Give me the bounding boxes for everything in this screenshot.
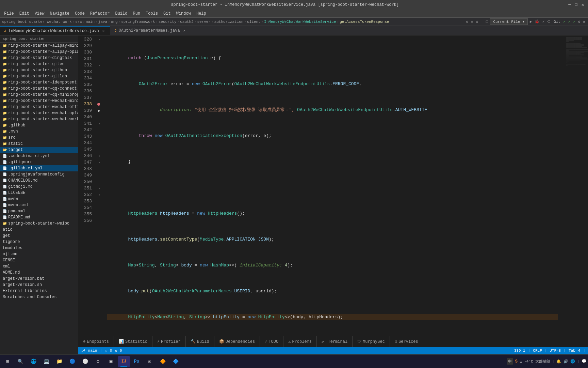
- code-container[interactable]: 328 329 330 331 332 333 334 335 336 337 …: [78, 35, 588, 336]
- gutter-328[interactable]: ▾: [95, 36, 104, 43]
- gutter-332[interactable]: ▾: [95, 62, 104, 68]
- tab-todo[interactable]: ✓ TODO: [260, 336, 283, 347]
- sidebar-item-src[interactable]: 📁 src: [0, 135, 78, 141]
- taskbar-intellij[interactable]: IJ: [118, 356, 130, 367]
- sidebar-item-gitee[interactable]: 📁 ring-boot-starter-gitee: [0, 61, 78, 67]
- sidebar-item-tmodules[interactable]: tmodules: [0, 245, 78, 251]
- breadcrumb-org[interactable]: org: [111, 20, 118, 24]
- tab-statistic[interactable]: 📊 Statistic: [114, 336, 152, 347]
- sidebar-item-gitlab-ci[interactable]: 📄 .gitlab-ci.yml: [0, 165, 78, 171]
- notification-btn[interactable]: 💬: [582, 359, 587, 364]
- run-btn[interactable]: ▶: [529, 19, 533, 25]
- breadcrumb-server[interactable]: server: [197, 20, 211, 24]
- gutter-352[interactable]: ▾: [95, 191, 104, 198]
- sidebar-item-target[interactable]: 📂 target: [0, 147, 78, 153]
- taskbar-chrome[interactable]: ⚪: [79, 356, 91, 367]
- breadcrumb-src[interactable]: src: [75, 20, 82, 24]
- sidebar-item-license[interactable]: 📄 LICENSE: [0, 190, 78, 196]
- sidebar-item-gitignore[interactable]: 📄 .gitignore: [0, 159, 78, 165]
- sidebar-item-atic[interactable]: atic: [0, 227, 78, 233]
- sidebar-item-cense[interactable]: CENSE: [0, 257, 78, 263]
- breadcrumb-java[interactable]: java: [98, 20, 107, 24]
- taskbar-edge[interactable]: 🔵: [66, 356, 78, 367]
- minimize-btn[interactable]: —: [567, 2, 572, 7]
- tab-dependencies[interactable]: 📦 Dependencies: [214, 336, 260, 347]
- sidebar-item-xml[interactable]: xml: [0, 263, 78, 270]
- sidebar-item-target-sh[interactable]: arget-version.sh: [0, 282, 78, 288]
- menu-tools[interactable]: Tools: [143, 11, 161, 17]
- sidebar-item-alipay-mini[interactable]: 📁 ring-boot-starter-alipay-miniprogram: [0, 43, 78, 49]
- sidebar-item-wechat-work[interactable]: 📁 ring-boot-starter-wechat-work: [0, 116, 78, 122]
- sidebar-item-mvnw-cmd[interactable]: 📄 mvnw.cmd: [0, 202, 78, 208]
- sougou-pinyin[interactable]: S: [515, 359, 518, 364]
- tab-close-inactive[interactable]: ✕: [182, 28, 187, 33]
- menu-navigate[interactable]: Navigate: [47, 11, 72, 17]
- menu-window[interactable]: Window: [174, 11, 194, 17]
- code-content[interactable]: catch (JsonProcessingException e) { OAut…: [104, 35, 561, 336]
- maximize-btn[interactable]: □: [574, 2, 579, 7]
- check3[interactable]: ✓: [572, 19, 576, 25]
- sidebar-item-gitmoji[interactable]: 📄 gitmoji.md: [0, 184, 78, 190]
- tab-murphysec[interactable]: 🛡 MurphySec: [353, 336, 390, 347]
- tab-inactive[interactable]: J OAuth2ParameterNames.java ✕: [110, 26, 191, 35]
- sidebar-item-gitlab[interactable]: 📁 ring-boot-starter-gitlab: [0, 73, 78, 79]
- menu-file[interactable]: File: [1, 11, 17, 17]
- taskbar-extra1[interactable]: 🔶: [157, 356, 169, 367]
- window-controls[interactable]: — □ ✕: [567, 2, 585, 7]
- sidebar-item-wechat-offi[interactable]: 📁 ring-boot-starter-wechat-offiaccount: [0, 104, 78, 110]
- settings-btn[interactable]: ⚙: [577, 19, 581, 25]
- tab-build[interactable]: 🔨 Build: [186, 336, 214, 347]
- taskbar-extra2[interactable]: 🔷: [169, 356, 182, 367]
- gutter-351[interactable]: ▾: [95, 185, 104, 191]
- close-btn[interactable]: ✕: [580, 2, 585, 7]
- sidebar-item-weibo[interactable]: 📁 spring-boot-starter-weibo: [0, 220, 78, 227]
- search-taskbar[interactable]: 🔍: [14, 356, 27, 367]
- tab-terminal[interactable]: >_ Terminal: [317, 336, 353, 347]
- sidebar-item-readme[interactable]: 📄 README.md: [0, 214, 78, 220]
- sidebar-item-qq-connect[interactable]: 📁 ring-boot-starter-qq-connect: [0, 86, 78, 92]
- sidebar-item-tignore[interactable]: tignore: [0, 239, 78, 245]
- taskbar-settings[interactable]: ⚙: [92, 356, 104, 367]
- profile-btn[interactable]: ⏱: [546, 19, 552, 25]
- breadcrumb-method[interactable]: getAccessTokenResponse: [340, 20, 389, 24]
- sidebar-item-ext-libraries[interactable]: External Libraries: [0, 288, 78, 294]
- input-method[interactable]: 中: [507, 358, 513, 365]
- breadcrumb-main[interactable]: main: [86, 20, 95, 24]
- refresh-btn[interactable]: ↺: [582, 19, 586, 25]
- current-file-dropdown[interactable]: Current File ▾: [490, 18, 527, 25]
- sidebar-item-qq-mini[interactable]: 📁 ring-boot-starter-qq-miniprogram: [0, 92, 78, 98]
- sidebar-item-ojimd[interactable]: oji.md: [0, 251, 78, 257]
- breadcrumb-client[interactable]: client: [247, 20, 261, 24]
- breadcrumb-classname[interactable]: InMemoryWeChatWorkWebsiteService: [264, 20, 336, 24]
- start-button[interactable]: ⊞: [1, 356, 14, 367]
- menu-view[interactable]: View: [32, 11, 47, 17]
- sidebar-item-dingtalk[interactable]: 📁 ring-boot-starter-dingtalk: [0, 55, 78, 61]
- gutter-347[interactable]: ▾: [95, 159, 104, 166]
- menu-git[interactable]: Git: [161, 11, 174, 17]
- coverage-btn[interactable]: ⚡: [541, 19, 545, 25]
- tab-close-active[interactable]: ✕: [101, 29, 106, 33]
- toolbar-icon1[interactable]: ⚙: [465, 19, 469, 25]
- sidebar-item-get[interactable]: get: [0, 233, 78, 239]
- gutter-346[interactable]: ▾: [95, 153, 104, 159]
- menu-code[interactable]: Code: [72, 11, 87, 17]
- toolbar-icon2[interactable]: ≡: [470, 19, 474, 25]
- menu-edit[interactable]: Edit: [17, 11, 32, 17]
- sidebar-item-codechina[interactable]: 📄 .codechina-ci.yml: [0, 153, 78, 159]
- tab-services[interactable]: ⚙ Services: [390, 336, 423, 347]
- sidebar-item-target-bat[interactable]: arget-version.bat: [0, 276, 78, 282]
- sidebar-item-wechat-mini[interactable]: 📁 ring-boot-starter-wechat-miniprogram: [0, 98, 78, 104]
- sidebar-item-wechat-oplatform[interactable]: 📁 ring-boot-starter-wechat-oplatform: [0, 110, 78, 116]
- toolbar-icon4[interactable]: —: [480, 19, 484, 25]
- tab-active[interactable]: J InMemoryWeChatWorkWebsiteService.java …: [0, 26, 110, 35]
- taskbar-folder[interactable]: 📁: [53, 356, 65, 367]
- check2[interactable]: ✓: [568, 19, 571, 25]
- menu-help[interactable]: Help: [194, 11, 209, 17]
- sidebar-item-mvn[interactable]: 📁 .mvn: [0, 128, 78, 135]
- tab-profiler[interactable]: ⚡ Profiler: [152, 336, 186, 347]
- breadcrumb-springframework[interactable]: springframework: [121, 20, 155, 24]
- sidebar-item-github[interactable]: 📁 ring-boot-starter-github: [0, 67, 78, 73]
- breakpoint-338[interactable]: [97, 103, 100, 106]
- breadcrumb-authorization[interactable]: authorization: [214, 20, 244, 24]
- toolbar-icon5[interactable]: □: [485, 19, 489, 25]
